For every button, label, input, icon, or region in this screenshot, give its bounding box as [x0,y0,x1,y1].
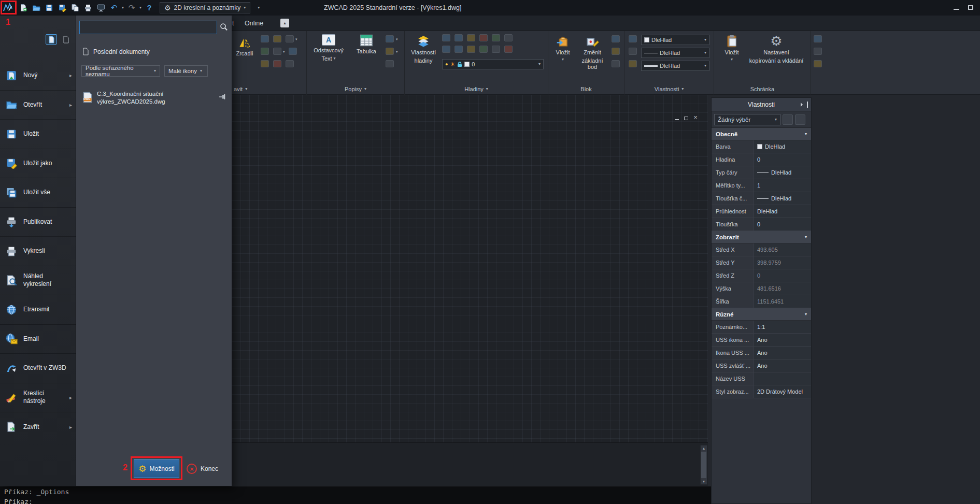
property-value[interactable]: Ano [754,359,811,372]
menu-item-publish[interactable]: Publikovat [0,208,76,237]
tool-icon[interactable] [261,35,269,42]
search-input[interactable] [79,21,217,34]
menu-item-save[interactable]: Uložit [0,120,76,149]
table-button[interactable]: Tabulka [352,34,380,55]
help-icon[interactable]: ? [144,3,154,13]
linetype-dropdown[interactable]: DleHlad ▾ [641,48,709,58]
copy-paste-settings-button[interactable]: ⚙ Nastavení kopírování a vkládání [747,34,805,64]
qat-print-icon[interactable] [83,3,93,13]
quick-select-icon[interactable] [795,114,805,125]
tool-icon[interactable] [386,60,394,67]
panel-clipboard-label[interactable]: Schránka [714,83,811,95]
property-value[interactable]: 1:1 [754,321,811,333]
menu-item-save-as[interactable]: Uložit jako [0,149,76,179]
menu-item-close[interactable]: Zavřít ▸ [0,412,76,442]
dimension-tool-icon[interactable] [386,35,394,42]
menu-item-open[interactable]: Otevřít ▸ [0,91,76,120]
property-value[interactable]: DleHlad [754,192,811,205]
drawing-canvas[interactable]: × ▲ ▼ [232,95,708,486]
recent-file-item[interactable]: DWG C.3_Koordinační situační výkres_ZWCA… [80,89,229,109]
panel-properties-label[interactable]: Vlastnosti▾ [624,83,714,95]
tool-icon[interactable] [261,48,269,55]
layer-tool-icon[interactable] [467,46,475,53]
scroll-up-icon[interactable]: ▲ [702,445,706,451]
menu-item-plot[interactable]: Vykresli [0,237,76,266]
doc-restore-button[interactable] [682,114,690,122]
block-tool-icon[interactable] [612,35,620,42]
search-icon[interactable] [220,23,228,31]
redo-icon[interactable]: ↷ [126,3,137,13]
tool-icon[interactable] [629,60,637,67]
sort-order-dropdown[interactable]: Podle seřazeného seznamu ▾ [81,65,160,77]
menu-item-save-all[interactable]: Uložit vše [0,178,76,208]
layer-tool-icon[interactable] [442,46,450,53]
workspace-selector[interactable]: ⚙ 2D kreslení a poznámky ▾ [160,2,250,13]
redo-dropdown-icon[interactable]: ▾ [139,6,141,10]
panel-modify-label[interactable]: avit▾ [232,83,306,95]
menu-item-drawing-tools[interactable]: Kreslící nástroje ▸ [0,383,76,413]
toggle-pickadd-icon[interactable] [783,114,793,125]
panel-block-label[interactable]: Blok [548,83,624,95]
menu-item-new[interactable]: Nový ▸ [0,61,76,91]
paste-button[interactable]: Vložit ▾ [719,34,744,62]
layer-tool-icon[interactable] [492,34,500,41]
menu-item-etransmit[interactable]: Etransmit [0,295,76,325]
chevron-down-icon[interactable]: ▾ [295,37,297,41]
qat-customize-icon[interactable]: ▾ [253,3,264,13]
tool-icon[interactable] [814,60,822,67]
insert-block-button[interactable]: Vložit ▾ [551,34,574,62]
chevron-down-icon[interactable]: ▾ [283,50,285,54]
undo-dropdown-icon[interactable]: ▾ [122,6,124,10]
ribbon-collapse-button[interactable]: ▴ [280,19,289,27]
selection-dropdown[interactable]: Žádný výběr ▾ [714,114,780,125]
change-base-point-button[interactable]: Změnit základní bod [576,34,608,70]
leader-tool-icon[interactable] [386,48,394,55]
tool-icon[interactable] [814,35,822,42]
tool-icon[interactable] [273,48,281,55]
tool-icon[interactable] [286,60,294,67]
auto-hide-icon[interactable] [801,102,808,108]
minimize-button[interactable] [949,1,963,13]
property-value[interactable]: Ano [754,347,811,359]
tool-icon[interactable] [261,60,269,67]
mirror-button[interactable]: Zrcadli [233,35,257,57]
layer-tool-icon[interactable] [455,34,463,41]
qat-new-icon[interactable] [18,3,29,13]
section-general[interactable]: Obecně▾ [712,128,811,140]
property-value[interactable]: 2D Drátový Model [754,385,811,398]
vertical-scrollbar[interactable]: ▲ ▼ [700,445,707,485]
chevron-down-icon[interactable]: ▾ [396,50,398,54]
property-value[interactable]: 0 [754,153,811,166]
property-value[interactable]: 0 [754,218,811,231]
maximize-button[interactable] [963,1,978,13]
qat-copy-icon[interactable] [70,3,80,13]
scrollbar-thumb[interactable] [701,452,706,478]
chevron-down-icon[interactable]: ▾ [396,37,398,41]
menu-item-email[interactable]: Email [0,325,76,354]
tool-icon[interactable] [814,48,822,55]
lineweight-dropdown[interactable]: DleHlad ▾ [641,61,709,71]
pin-icon[interactable] [219,93,226,100]
exit-button[interactable]: × Konec [187,459,228,478]
tool-icon[interactable] [629,48,637,55]
layer-tool-icon[interactable] [479,34,488,41]
mtext-button[interactable]: A Odstavcový Text▾ [311,34,346,62]
open-documents-tab-icon[interactable] [60,34,72,45]
layer-dropdown[interactable]: ● ☀ 0 ▾ [442,59,544,69]
menu-item-plot-preview[interactable]: Náhled vykreslení [0,266,76,296]
tool-icon[interactable] [289,48,297,55]
block-tool-icon[interactable] [612,60,620,67]
doc-close-button[interactable]: × [691,113,700,121]
section-misc[interactable]: Různé▾ [712,308,811,321]
property-value[interactable]: DleHlad [754,166,811,179]
tool-icon[interactable] [286,35,294,42]
layer-tool-icon[interactable] [504,34,513,41]
property-value[interactable]: 1 [754,179,811,192]
layer-properties-button[interactable]: Vlastnosti hladiny [408,34,439,64]
section-view[interactable]: Zobrazit▾ [712,231,811,243]
color-dropdown[interactable]: DleHlad ▾ [641,35,709,45]
tab-online[interactable]: Online [239,16,268,31]
undo-icon[interactable]: ↶ [109,3,119,13]
layer-tool-icon[interactable] [442,34,450,41]
property-value[interactable] [754,372,811,385]
